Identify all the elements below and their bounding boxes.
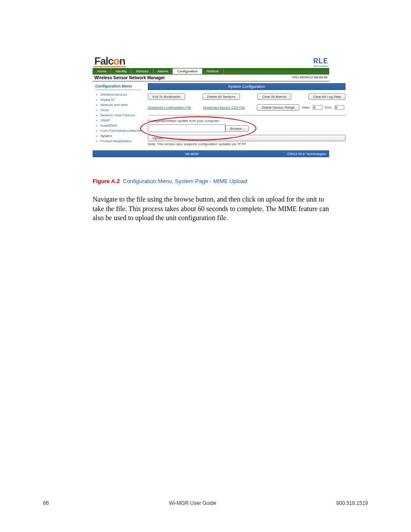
start-input[interactable]: [313, 105, 322, 110]
subheader-timestamp: THU 05/24/12 08:09:40: [292, 75, 327, 80]
delete-sensor-range-group: Delete Sensor Range Start: End:: [257, 104, 344, 111]
subheader-title: Wireless Sensor Network Manager: [94, 75, 165, 80]
menu-item-system[interactable]: System: [96, 133, 142, 138]
menu-item-ntp[interactable]: Network Time Protocol: [96, 112, 142, 118]
tab-identify[interactable]: Identify: [111, 68, 131, 74]
body-paragraph: Navigate to the file using the browse bu…: [93, 195, 329, 223]
system-configuration-pane: System Configuration Exit To Bootloader …: [145, 81, 348, 150]
screenshot-header: Falcon RLE Technologies: [93, 56, 329, 68]
button-row-1: Exit To Bootloader Delete All Sensors Cl…: [148, 93, 346, 100]
menu-item-digital-io[interactable]: Digital IO: [96, 97, 142, 102]
tab-configuration[interactable]: Configuration: [173, 68, 202, 74]
download-configuration-link[interactable]: Download Configuration File: [148, 106, 191, 109]
doc-phone: 800.518.1519: [336, 500, 368, 506]
tab-alarms[interactable]: Alarms: [153, 68, 173, 74]
configuration-menu-title: Configuration Menu: [95, 84, 142, 90]
tab-sensors[interactable]: Sensors: [131, 68, 153, 74]
rle-logo-small: Technologies: [313, 65, 328, 67]
clear-all-alarms-button[interactable]: Clear All Alarms: [257, 93, 291, 100]
section-header: System Configuration: [148, 83, 346, 90]
falcon-logo: Falcon: [93, 56, 126, 67]
rle-logo: RLE Technologies: [313, 58, 328, 67]
menu-item-com-port[interactable]: Com Port1/Modbus/Bacnet: [96, 128, 142, 133]
menu-item-wireless-sensors[interactable]: Wireless/Sensors: [96, 92, 142, 97]
doc-title: Wi-MGR User Guide: [169, 500, 216, 506]
falcon-logo-text2: n: [119, 55, 125, 67]
clear-all-log-data-button[interactable]: Clear All Log Data: [308, 93, 346, 100]
falcon-logo-o: o: [113, 55, 119, 67]
rle-logo-big: RLE: [313, 58, 328, 65]
upload-note: Note: This version also supports configu…: [148, 142, 346, 146]
delete-all-sensors-button[interactable]: Delete All Sensors: [202, 93, 240, 100]
page-number: 66: [43, 500, 49, 506]
menu-item-email-dns[interactable]: Email/DNS: [96, 123, 142, 128]
figure-text: Configuration Menu, System Page - MIME U…: [123, 178, 247, 184]
screenshot-footer: Wi-MGR ©2012 RLE Technologies: [93, 151, 329, 157]
configuration-menu: Configuration Menu Wireless/Sensors Digi…: [93, 81, 145, 150]
upload-area: Configuration/flash update from your com…: [148, 119, 346, 146]
figure-label: Figure A.2: [93, 178, 120, 184]
upload-label: Configuration/flash update from your com…: [148, 119, 346, 123]
tabs-bar: Home Identify Sensors Alarms Configurati…: [93, 68, 329, 75]
footer-center: Wi-MGR: [97, 152, 287, 156]
tab-home[interactable]: Home: [93, 68, 111, 74]
page-footer: 66 Wi-MGR User Guide 800.518.1519: [0, 500, 411, 506]
tab-refresh[interactable]: Refresh: [202, 68, 224, 74]
delete-sensor-range-button[interactable]: Delete Sensor Range: [257, 104, 299, 111]
end-input[interactable]: [335, 105, 344, 110]
start-label: Start:: [302, 106, 310, 109]
browse-button[interactable]: Browse...: [225, 125, 249, 132]
figure-caption: Figure A.2 Configuration Menu, System Pa…: [93, 178, 329, 184]
end-label: End:: [325, 106, 332, 109]
upload-button[interactable]: Upload: [148, 135, 346, 141]
footer-right: ©2012 RLE Technologies: [287, 152, 326, 156]
menu-item-product-registration[interactable]: Product Registration: [96, 138, 142, 143]
button-row-2: Download Configuration File Download Sen…: [148, 104, 346, 111]
subheader: Wireless Sensor Network Manager THU 05/2…: [93, 75, 329, 81]
menu-item-network-web[interactable]: Network and Web: [96, 102, 142, 107]
menu-item-snmp[interactable]: SNMP: [96, 118, 142, 123]
file-path-field[interactable]: [148, 124, 225, 132]
exit-bootloader-button[interactable]: Exit To Bootloader: [148, 93, 185, 100]
screenshot-figure: Falcon RLE Technologies Home Identify Se…: [93, 56, 329, 157]
download-sensor-csv-link[interactable]: Download Sensor CSV File: [203, 106, 245, 109]
divider: [148, 115, 346, 115]
falcon-logo-text: Falc: [94, 55, 113, 67]
menu-item-clock[interactable]: Clock: [96, 107, 142, 112]
